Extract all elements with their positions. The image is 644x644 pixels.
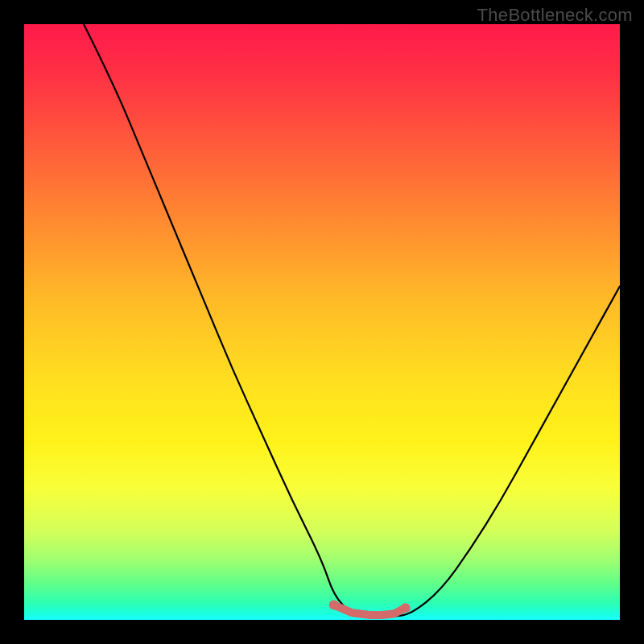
optimal-end-dot bbox=[401, 603, 411, 613]
watermark-text: TheBottleneck.com bbox=[477, 5, 633, 26]
optimal-start-dot bbox=[329, 601, 339, 610]
chart-container: TheBottleneck.com bbox=[0, 0, 644, 644]
bottleneck-curve-path bbox=[84, 24, 620, 617]
optimal-range-path bbox=[334, 605, 406, 616]
curve-svg bbox=[24, 24, 620, 620]
plot-area bbox=[24, 24, 620, 620]
